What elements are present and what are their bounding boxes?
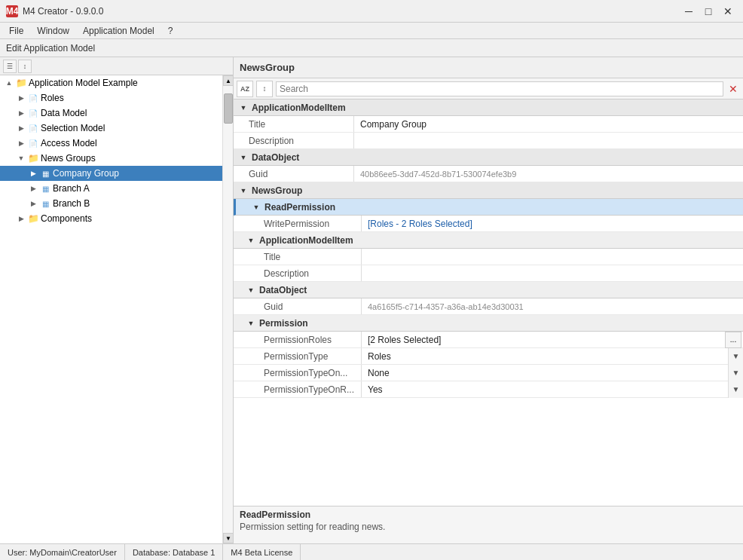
perm-type-onr-dropdown-icon[interactable]: ▼ [728, 381, 743, 398]
expand-news-groups-icon[interactable]: ▼ [15, 152, 27, 164]
minimize-button[interactable]: ─ [680, 4, 698, 19]
expand-roles-icon[interactable]: ▶ [15, 92, 27, 104]
prop-name-desc-1: Description [234, 133, 354, 148]
window-title: M4 Creator - 0.9.0.0 [23, 6, 103, 17]
tree-item-root[interactable]: ▲ 📁 Application Model Example [0, 75, 222, 90]
tree-item-company-group[interactable]: ▶ ▦ Company Group [0, 166, 222, 181]
prop-name-guid-1: Guid [234, 166, 354, 182]
section-label-app-model-item-2: ApplicationModelItem [259, 235, 353, 246]
section-news-group[interactable]: ▼ NewsGroup [234, 182, 743, 199]
prop-row-perm-type: PermissionType Roles ▼ [234, 348, 743, 365]
perm-type-dropdown-icon[interactable]: ▼ [728, 348, 743, 365]
section-read-permission[interactable]: ▼ ReadPermission [234, 199, 743, 216]
section-app-model-item-1[interactable]: ▼ ApplicationModelItem [234, 99, 743, 116]
tree-item-branch-a[interactable]: ▶ ▦ Branch A [0, 181, 222, 196]
prop-row-title-2: Title [234, 249, 743, 265]
clear-search-button[interactable]: ✕ [726, 82, 740, 96]
prop-name-desc-2: Description [241, 265, 362, 281]
section-app-model-item-2-expand-icon: ▼ [246, 235, 256, 246]
prop-value-guid-2[interactable]: 4a6165f5-c714-4357-a36a-ab14e3d30031 [362, 302, 743, 311]
main-content: ☰ ↕ ▲ 📁 Application Model Example ▶ 📄 Ro… [0, 57, 743, 543]
prop-value-title-1[interactable]: Company Group [354, 119, 743, 130]
section-label-data-object-2: DataObject [259, 285, 307, 295]
menu-bar: File Window Application Model ? [0, 23, 743, 39]
prop-row-guid-2: Guid 4a6165f5-c714-4357-a36a-ab14e3d3003… [234, 298, 743, 315]
prop-name-perm-roles: PermissionRoles [241, 332, 362, 347]
props-sort-btn-2[interactable]: ↕ [256, 81, 273, 97]
expand-components-icon[interactable]: ▶ [15, 213, 27, 225]
search-input[interactable] [276, 81, 723, 96]
tree-item-access-model[interactable]: ▶ 📄 Access Model [0, 136, 222, 151]
close-button[interactable]: ✕ [719, 4, 737, 19]
prop-name-write-perm: WritePermission [241, 216, 362, 231]
prop-name-perm-type-onr: PermissionTypeOnR... [241, 381, 362, 397]
section-news-group-expand-icon: ▼ [238, 185, 249, 196]
scroll-down-btn[interactable]: ▼ [223, 533, 233, 543]
prop-name-guid-2: Guid [241, 298, 362, 314]
status-bar: User: MyDomain\CreatorUser Database: Dat… [0, 543, 743, 560]
props-sort-btn-1[interactable]: AZ [237, 81, 253, 97]
left-panel-scrollbar[interactable]: ▲ ▼ [222, 75, 233, 543]
section-expand-icon: ▼ [238, 103, 249, 113]
section-data-object-2-expand-icon: ▼ [246, 285, 256, 295]
panel-btn-1[interactable]: ☰ [3, 60, 17, 73]
right-panel: NewsGroup AZ ↕ ✕ ▼ ApplicationModelItem … [234, 57, 743, 543]
prop-name-title-1: Title [234, 116, 354, 132]
panel-btn-2[interactable]: ↕ [18, 60, 32, 73]
prop-name-title-2: Title [241, 249, 362, 265]
section-data-object-1-expand-icon: ▼ [238, 152, 249, 163]
news-groups-folder-icon: 📁 [27, 152, 39, 164]
tree-scroll[interactable]: ▲ 📁 Application Model Example ▶ 📄 Roles … [0, 75, 222, 543]
tree-label-data-model: Data Model [41, 108, 87, 118]
menu-file[interactable]: File [3, 24, 29, 38]
tree-item-selection-model[interactable]: ▶ 📄 Selection Model [0, 121, 222, 136]
scroll-track[interactable] [223, 86, 233, 533]
tree-item-components[interactable]: ▶ 📁 Components [0, 211, 222, 226]
prop-value-perm-type-on[interactable]: None [368, 368, 728, 378]
info-title: ReadPermission [240, 510, 737, 520]
status-user: User: MyDomain\CreatorUser [0, 544, 125, 560]
prop-value-perm-type-container: Roles ▼ [362, 348, 743, 365]
expand-branch-b-icon[interactable]: ▶ [27, 197, 39, 210]
expand-branch-a-icon[interactable]: ▶ [27, 182, 39, 194]
menu-help[interactable]: ? [162, 24, 179, 38]
scroll-up-btn[interactable]: ▲ [223, 75, 233, 86]
section-app-model-item-2[interactable]: ▼ ApplicationModelItem [234, 232, 743, 249]
tree-label-branch-b: Branch B [53, 198, 90, 209]
prop-value-write-perm[interactable]: [Roles - 2 Roles Selected] [362, 219, 743, 229]
prop-row-perm-type-onr: PermissionTypeOnR... Yes ▼ [234, 381, 743, 398]
section-label-app-model-item-1: ApplicationModelItem [252, 103, 346, 113]
maximize-button[interactable]: □ [699, 4, 717, 19]
tree-item-branch-b[interactable]: ▶ ▦ Branch B [0, 196, 222, 211]
expand-company-group-icon[interactable]: ▶ [27, 167, 39, 179]
prop-row-write-perm: WritePermission [Roles - 2 Roles Selecte… [234, 216, 743, 232]
tree-label-access-model: Access Model [41, 138, 97, 148]
status-license: M4 Beta License [223, 544, 301, 560]
prop-row-perm-roles: PermissionRoles [2 Roles Selected] ... [234, 332, 743, 348]
perm-type-on-dropdown-icon[interactable]: ▼ [728, 365, 743, 381]
menu-window[interactable]: Window [31, 24, 75, 38]
roles-icon: 📄 [27, 92, 39, 104]
scroll-thumb[interactable] [224, 93, 233, 124]
props-content[interactable]: ▼ ApplicationModelItem Title Company Gro… [234, 99, 743, 506]
expand-data-model-icon[interactable]: ▶ [15, 107, 27, 119]
expand-root-icon[interactable]: ▲ [3, 77, 15, 89]
prop-name-perm-type-on: PermissionTypeOn... [241, 365, 362, 381]
section-data-object-1[interactable]: ▼ DataObject [234, 149, 743, 166]
prop-value-perm-type-onr[interactable]: Yes [368, 384, 728, 395]
tree-item-data-model[interactable]: ▶ 📄 Data Model [0, 106, 222, 121]
tree-item-news-groups[interactable]: ▼ 📁 News Groups [0, 151, 222, 166]
access-model-icon: 📄 [27, 137, 39, 149]
expand-access-model-icon[interactable]: ▶ [15, 137, 27, 149]
prop-value-guid-1[interactable]: 40b86ee5-3dd7-452d-8b71-530074efe3b9 [354, 170, 743, 179]
menu-application-model[interactable]: Application Model [77, 24, 161, 38]
perm-roles-action-button[interactable]: ... [725, 332, 741, 348]
prop-value-perm-type[interactable]: Roles [368, 351, 728, 362]
tree-item-roles[interactable]: ▶ 📄 Roles [0, 90, 222, 106]
expand-selection-model-icon[interactable]: ▶ [15, 122, 27, 134]
title-bar: M4 M4 Creator - 0.9.0.0 ─ □ ✕ [0, 0, 743, 23]
section-data-object-2[interactable]: ▼ DataObject [234, 282, 743, 298]
company-group-icon: ▦ [39, 167, 51, 179]
prop-value-perm-roles[interactable]: [2 Roles Selected] [362, 335, 725, 345]
section-permission[interactable]: ▼ Permission [234, 315, 743, 332]
